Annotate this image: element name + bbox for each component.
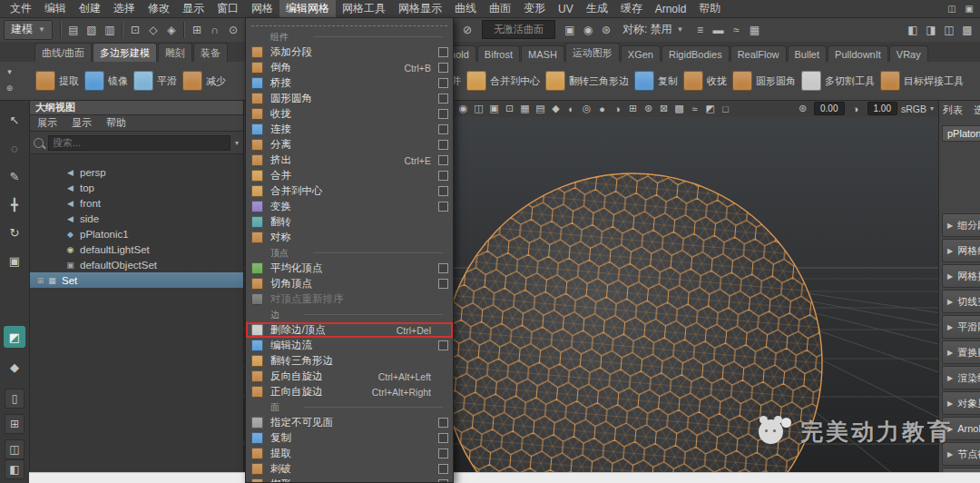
four-pane-layout-button[interactable]: ⊞ (5, 414, 24, 434)
menu-item[interactable]: 楔形 (246, 477, 453, 483)
attribute-menu-item[interactable]: 列表 (943, 104, 963, 117)
option-box[interactable] (438, 448, 448, 458)
attribute-section[interactable]: ▶ 网格组件显示 (942, 239, 980, 262)
paint-select-tool[interactable]: ✎ (4, 165, 25, 187)
shelf-target-weld-button[interactable]: 目标焊接工具 (877, 70, 966, 92)
render-settings-icon[interactable]: ⊛ (597, 21, 615, 39)
menu-set-selector[interactable]: 建模 ▼ (4, 20, 53, 40)
menu-item[interactable]: 挤出 Ctrl+E (246, 153, 453, 168)
shelf-mirror-button[interactable]: 镜像 (82, 70, 131, 92)
shelf-tab[interactable]: Bullet (788, 45, 828, 62)
shelf-extract-button[interactable]: 提取 (33, 70, 82, 92)
lasso-select-tool[interactable]: ◌ (4, 137, 25, 159)
menubar-item[interactable]: 生成 (580, 0, 614, 17)
menu-item[interactable]: 切角顶点 (246, 276, 453, 291)
menu-item[interactable]: 圆形圆角 (246, 91, 453, 106)
outliner-item[interactable]: ◀ top (29, 180, 243, 195)
help-line-icon[interactable]: ▦ (746, 21, 764, 39)
menubar-item[interactable]: 曲线 (448, 0, 483, 17)
menubar-item[interactable]: 显示 (176, 0, 211, 17)
menu-item[interactable]: 桥接 (246, 75, 453, 91)
attribute-menu-item[interactable]: 选定 (974, 104, 980, 117)
attribute-section[interactable]: ▶ 平滑网格 (942, 315, 980, 339)
exposure-icon[interactable]: ⊛ (795, 102, 810, 116)
menubar-item[interactable]: 修改 (142, 0, 176, 17)
option-box[interactable] (438, 78, 448, 88)
shelf-tab[interactable]: 运动图形 (565, 43, 620, 62)
select-tool[interactable]: ↖ (4, 109, 25, 131)
menubar-item[interactable]: 网格显示 (392, 0, 448, 17)
outliner-item[interactable]: ▣ defaultObjectSet (29, 257, 243, 272)
menubar-item[interactable]: 曲面 (483, 0, 517, 17)
option-box[interactable] (438, 47, 448, 57)
outliner-item[interactable]: ◀ side (29, 211, 243, 226)
shelf-tab[interactable]: 曲线/曲面 (34, 43, 92, 62)
workspace-icon[interactable]: ◫ (945, 2, 959, 16)
option-box[interactable] (438, 124, 448, 134)
outliner-layout-button[interactable]: ◧ (5, 459, 24, 479)
menu-item[interactable]: 指定不可见面 (246, 415, 453, 430)
snap-grid-icon[interactable]: ⊞ (188, 21, 206, 39)
modeling-toolkit-button[interactable]: ◩ (4, 326, 25, 348)
option-box[interactable] (438, 63, 448, 73)
shelf-tab[interactable]: RealFlow (730, 45, 787, 62)
ipr-render-icon[interactable]: ◉ (579, 21, 597, 39)
shelf-tab[interactable]: 装备 (193, 43, 228, 62)
outliner-menu-item[interactable]: 显示 (72, 116, 92, 130)
menu-item[interactable]: 合并 (246, 168, 453, 183)
shaded-icon[interactable]: ◑ (610, 102, 625, 116)
menu-item[interactable]: 顶点 (246, 245, 453, 261)
menubar-item[interactable]: 网格 (245, 0, 279, 17)
outliner-menu-item[interactable]: 帮助 (106, 116, 126, 130)
select-object-icon[interactable]: ◇ (144, 21, 162, 39)
film-gate-icon[interactable]: ⊡ (502, 102, 517, 116)
shelf-tab[interactable]: RigidBodies (662, 45, 730, 62)
field-chart-icon[interactable]: ◆ (548, 102, 564, 116)
snap-curve-icon[interactable]: ∩ (206, 21, 224, 39)
outliner-item[interactable]: ◀ persp (29, 164, 243, 180)
attribute-section[interactable]: ▶ 对象显示 (942, 391, 980, 415)
menu-item[interactable]: 提取 (246, 446, 453, 461)
shelf-tab[interactable]: MASH (521, 45, 564, 62)
scale-tool[interactable]: ▣ (4, 250, 25, 271)
construction-history-icon[interactable]: ≈ (728, 21, 746, 39)
attribute-section[interactable]: ▶ 切线空间 (942, 290, 980, 313)
menu-item[interactable]: 对顶点重新排序 (246, 291, 453, 307)
menu-item[interactable]: 翻转 (246, 214, 453, 230)
select-hierarchy-icon[interactable]: ⊡ (126, 21, 144, 39)
option-box[interactable] (438, 418, 448, 428)
modeling-toolkit-toggle-icon[interactable]: ▩ (958, 21, 976, 39)
menu-item[interactable]: 正向自旋边 Ctrl+Alt+Right (246, 384, 453, 399)
gamma-value[interactable]: 1.00 (867, 102, 897, 115)
shelf-tab[interactable]: XGen (621, 45, 661, 62)
menubar-item[interactable]: 编辑网格 (279, 0, 336, 17)
menu-item[interactable]: 刺破 (246, 461, 453, 477)
attribute-editor-toggle-icon[interactable]: ◧ (904, 21, 922, 39)
save-scene-icon[interactable]: ▥ (101, 21, 119, 39)
menu-item[interactable]: 变换 (246, 199, 453, 214)
shadows-icon[interactable]: ⊠ (656, 102, 671, 116)
snap-point-icon[interactable]: ⊙ (224, 21, 242, 39)
menu-item[interactable]: 连接 (246, 122, 453, 137)
field-entry-icon[interactable]: ▬ (710, 21, 728, 39)
menu-item[interactable]: 边 (246, 307, 453, 322)
menu-item[interactable]: 反向自旋边 Ctrl+Alt+Left (246, 369, 453, 384)
motion-blur-icon[interactable]: ≈ (687, 102, 702, 116)
menubar-item[interactable]: 选择 (107, 0, 142, 17)
safe-action-icon[interactable]: ◐ (564, 102, 579, 116)
menu-item[interactable]: 添加分段 (246, 44, 453, 60)
option-box[interactable] (438, 140, 448, 150)
outliner-item[interactable]: ◀ front (29, 195, 243, 211)
menubar-item[interactable]: 缓存 (614, 0, 649, 17)
select-component-icon[interactable]: ◈ (162, 21, 181, 39)
shelf-multicut-button[interactable]: 多切割工具 (799, 70, 877, 92)
tear-off-handle[interactable] (251, 20, 447, 26)
outliner-item[interactable]: ⊞ ▦ Set (29, 272, 243, 288)
menubar-item[interactable]: 网格工具 (336, 0, 392, 17)
isolate-select-icon[interactable]: □ (718, 102, 733, 116)
shelf-merge-center-button[interactable]: 合并到中心 (464, 70, 543, 92)
make-live-icon[interactable]: ⊘ (458, 21, 476, 39)
outliner-menu-item[interactable]: 展示 (37, 116, 57, 130)
shelf-tab[interactable]: VRay (889, 45, 928, 62)
option-box[interactable] (438, 433, 448, 443)
